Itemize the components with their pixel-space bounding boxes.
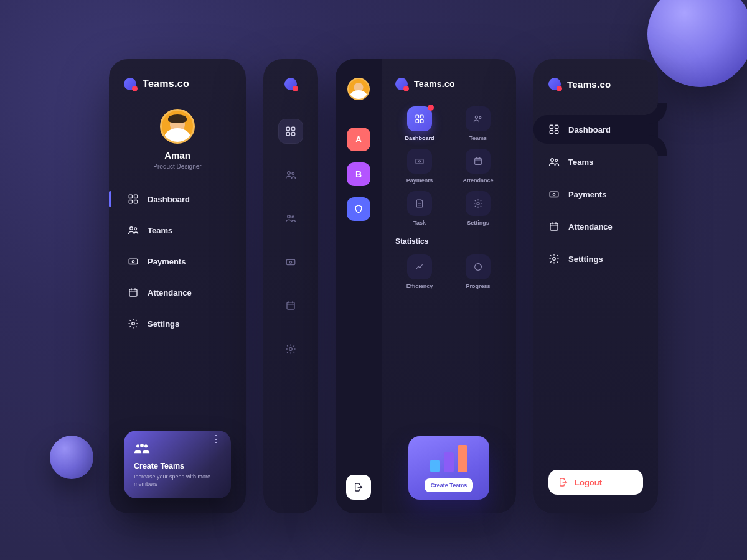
bar-chart-icon bbox=[416, 445, 482, 472]
nav-item-attendance[interactable]: Attendance bbox=[124, 281, 231, 304]
nav-label: Dashboard bbox=[148, 195, 190, 204]
payments-icon bbox=[128, 256, 139, 267]
svg-rect-25 bbox=[416, 115, 419, 118]
nav-list: Dashboard Teams Payments Attendance Sett… bbox=[124, 187, 231, 335]
nav-item-teams[interactable]: Teams bbox=[533, 147, 658, 176]
logout-label: Logout bbox=[575, 478, 602, 487]
avatar[interactable] bbox=[347, 78, 370, 100]
brand-logo-icon bbox=[548, 78, 561, 90]
svg-point-32 bbox=[419, 161, 421, 162]
decor-sphere-bottom bbox=[50, 436, 93, 479]
workspace-tab-shield[interactable] bbox=[347, 197, 370, 221]
svg-point-5 bbox=[134, 228, 137, 230]
brand: Teams.co bbox=[548, 78, 658, 90]
svg-point-30 bbox=[479, 116, 481, 118]
nav-label: Setttings bbox=[568, 254, 603, 264]
nav-item-payments[interactable]: Payments bbox=[124, 250, 231, 273]
svg-rect-36 bbox=[550, 125, 553, 128]
tile-grid: Dashboard Teams Payments Attendance Task bbox=[395, 106, 502, 226]
tile-teams[interactable]: Teams bbox=[454, 106, 502, 141]
svg-point-17 bbox=[288, 172, 291, 175]
nav-list: Dashboard Teams Payments Attendance Sett… bbox=[533, 115, 658, 273]
decor-sphere-top bbox=[647, 0, 747, 87]
tile-settings[interactable]: Settings bbox=[454, 191, 502, 226]
tile-efficiency[interactable]: Efficiency bbox=[395, 254, 444, 289]
nav-label: Payments bbox=[148, 257, 186, 266]
gear-icon bbox=[548, 253, 560, 264]
dashboard-icon bbox=[128, 194, 139, 205]
rail-item-attendance[interactable] bbox=[278, 293, 303, 318]
svg-rect-15 bbox=[286, 133, 289, 136]
svg-rect-2 bbox=[129, 200, 132, 203]
rail-item-dashboard[interactable] bbox=[278, 119, 303, 144]
svg-point-24 bbox=[289, 348, 293, 351]
svg-point-10 bbox=[136, 444, 139, 447]
brand-name: Teams.co bbox=[567, 79, 611, 90]
tile-task[interactable]: Task bbox=[395, 191, 444, 226]
avatar[interactable] bbox=[160, 109, 195, 144]
svg-point-18 bbox=[292, 172, 294, 175]
nav-item-teams[interactable]: Teams bbox=[124, 218, 231, 242]
brand-logo-icon bbox=[124, 78, 136, 90]
logout-button[interactable]: Logout bbox=[548, 470, 643, 495]
svg-point-12 bbox=[144, 444, 148, 447]
svg-rect-16 bbox=[292, 133, 295, 136]
svg-point-40 bbox=[551, 159, 554, 162]
more-icon[interactable]: ⋮ bbox=[211, 438, 222, 441]
svg-point-34 bbox=[477, 202, 479, 205]
brand-name: Teams.co bbox=[414, 79, 455, 89]
artboard: Teams.co Aman Product Designer Dashboard… bbox=[109, 59, 660, 513]
split-left-rail: A B bbox=[336, 59, 382, 513]
nav-item-dashboard[interactable]: Dashboard bbox=[533, 115, 658, 144]
svg-rect-31 bbox=[416, 159, 423, 164]
nav-label: Attendance bbox=[148, 288, 192, 297]
tile-label: Efficiency bbox=[406, 283, 433, 289]
cta-title: Create Teams bbox=[134, 462, 221, 470]
tile-label: Teams bbox=[469, 135, 487, 141]
nav-item-dashboard[interactable]: Dashboard bbox=[124, 187, 231, 211]
rail-item-settings[interactable] bbox=[278, 337, 303, 362]
brand-logo-icon bbox=[395, 78, 408, 90]
create-teams-button[interactable]: Create Teams bbox=[425, 478, 473, 492]
brand-logo-icon bbox=[284, 78, 297, 90]
svg-point-45 bbox=[553, 258, 556, 261]
teams-icon bbox=[128, 225, 139, 236]
calendar-icon bbox=[548, 221, 560, 232]
svg-rect-0 bbox=[129, 195, 132, 198]
tile-attendance[interactable]: Attendance bbox=[454, 149, 502, 184]
svg-point-19 bbox=[288, 215, 291, 218]
workspace-tab-b[interactable]: B bbox=[347, 162, 370, 186]
svg-rect-26 bbox=[420, 115, 423, 118]
nav-label: Dashboard bbox=[568, 125, 611, 134]
svg-point-29 bbox=[475, 116, 477, 118]
workspace-tab-a[interactable]: A bbox=[347, 128, 370, 151]
stats-grid: Efficiency Progress bbox=[395, 254, 502, 289]
brand bbox=[284, 78, 297, 90]
svg-point-20 bbox=[292, 216, 294, 218]
tile-dashboard[interactable]: Dashboard bbox=[395, 106, 444, 141]
nav-item-settings[interactable]: Settings bbox=[124, 312, 231, 335]
brand-name: Teams.co bbox=[143, 78, 189, 90]
create-teams-card[interactable]: ⋮ Create Teams Increase your speed with … bbox=[124, 431, 231, 498]
nav-item-payments[interactable]: Payments bbox=[533, 180, 658, 208]
svg-rect-42 bbox=[550, 192, 558, 197]
rail-item-teams[interactable] bbox=[278, 162, 303, 187]
svg-point-22 bbox=[289, 261, 291, 263]
svg-rect-28 bbox=[420, 119, 423, 123]
brand: Teams.co bbox=[395, 78, 502, 90]
svg-rect-44 bbox=[550, 223, 558, 230]
sidebar-variant-pill: Teams.co Dashboard Teams Payments Attend… bbox=[533, 59, 658, 513]
nav-item-settings[interactable]: Setttings bbox=[533, 245, 658, 273]
nav-item-attendance[interactable]: Attendance bbox=[533, 212, 658, 241]
tile-progress[interactable]: Progress bbox=[454, 254, 502, 289]
calendar-icon bbox=[128, 287, 139, 298]
teams-icon bbox=[548, 156, 560, 167]
rail-item-payments[interactable] bbox=[278, 250, 303, 274]
logout-button[interactable] bbox=[346, 475, 371, 500]
svg-rect-27 bbox=[416, 119, 419, 123]
rail-item-teams-alt[interactable] bbox=[278, 206, 303, 231]
svg-rect-13 bbox=[286, 127, 289, 130]
svg-rect-38 bbox=[550, 131, 553, 134]
tile-payments[interactable]: Payments bbox=[395, 149, 444, 184]
svg-rect-33 bbox=[475, 158, 482, 164]
